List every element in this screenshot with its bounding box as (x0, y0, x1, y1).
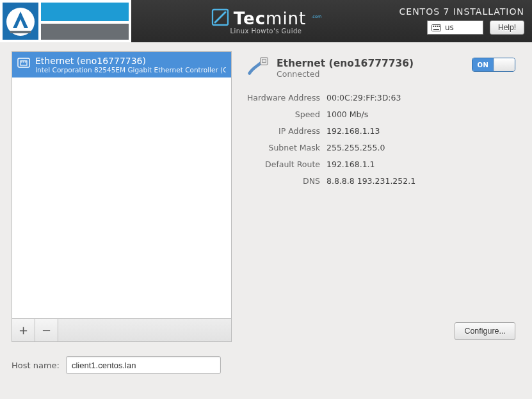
brand-dotcom: .com (311, 15, 321, 19)
subnet-mask-value: 255.255.255.0 (326, 143, 456, 152)
svg-rect-1 (10, 31, 31, 33)
ip-address-value: 192.168.1.13 (326, 126, 456, 136)
hostname-label: Host name: (12, 361, 60, 370)
connection-detail-table: Hardware Address 00:0C:29:FF:3D:63 Speed… (245, 93, 456, 186)
svg-rect-9 (433, 29, 439, 30)
brand-tagline: Linux Howto's Guide (230, 28, 302, 35)
hardware-address-value: 00:0C:29:FF:3D:63 (326, 93, 456, 102)
add-device-button[interactable]: + (12, 319, 35, 341)
dns-value: 8.8.8.8 193.231.252.1 (326, 176, 456, 186)
connection-status: Connected (277, 69, 414, 79)
keyboard-icon (431, 24, 441, 31)
configure-button[interactable]: Configure... (455, 322, 515, 340)
svg-rect-5 (433, 26, 434, 27)
connection-toggle[interactable]: ON (472, 58, 515, 72)
default-route-value: 192.168.1.1 (326, 159, 456, 169)
toggle-knob (494, 58, 515, 71)
svg-line-3 (215, 12, 225, 22)
network-device-list[interactable]: Ethernet (eno16777736) Intel Corporation… (12, 51, 232, 319)
device-name: Ethernet (eno16777736) (35, 56, 226, 66)
ip-address-label: IP Address (245, 126, 320, 136)
overlay-bar-bottom (41, 24, 129, 40)
brand-name: Tecmint (234, 9, 307, 28)
hardware-address-label: Hardware Address (245, 93, 320, 102)
remove-device-button[interactable]: − (35, 319, 58, 341)
hostname-input[interactable] (66, 356, 221, 374)
default-route-label: Default Route (245, 159, 320, 169)
ethernet-large-icon (245, 55, 269, 81)
svg-rect-6 (435, 26, 436, 27)
overlay-bar-top (41, 3, 129, 21)
subnet-mask-label: Subnet Mask (245, 143, 320, 152)
ethernet-icon (17, 56, 30, 69)
svg-rect-8 (439, 26, 440, 27)
keyboard-layout-selector[interactable]: us (427, 20, 483, 35)
corner-overlay-logo (0, 0, 131, 42)
tecmint-logo-icon (211, 8, 230, 29)
page-title: CENTOS 7 INSTALLATION (399, 6, 524, 17)
speed-label: Speed (245, 110, 320, 119)
device-list-toolbar: + − (12, 319, 232, 342)
toggle-on-label: ON (472, 58, 494, 71)
connection-title: Ethernet (eno16777736) (277, 58, 414, 69)
overlay-logo-icon (3, 3, 38, 40)
speed-value: 1000 Mb/s (326, 110, 456, 119)
help-button[interactable]: Help! (490, 20, 524, 35)
keyboard-layout-code: us (445, 23, 454, 32)
svg-rect-7 (437, 26, 438, 27)
device-list-item[interactable]: Ethernet (eno16777736) Intel Corporation… (12, 52, 231, 77)
svg-rect-15 (261, 58, 268, 65)
device-description: Intel Corporation 82545EM Gigabit Ethern… (35, 66, 226, 74)
dns-label: DNS (245, 176, 320, 186)
top-banner: Tecmint .com Linux Howto's Guide CENTOS … (0, 0, 532, 42)
